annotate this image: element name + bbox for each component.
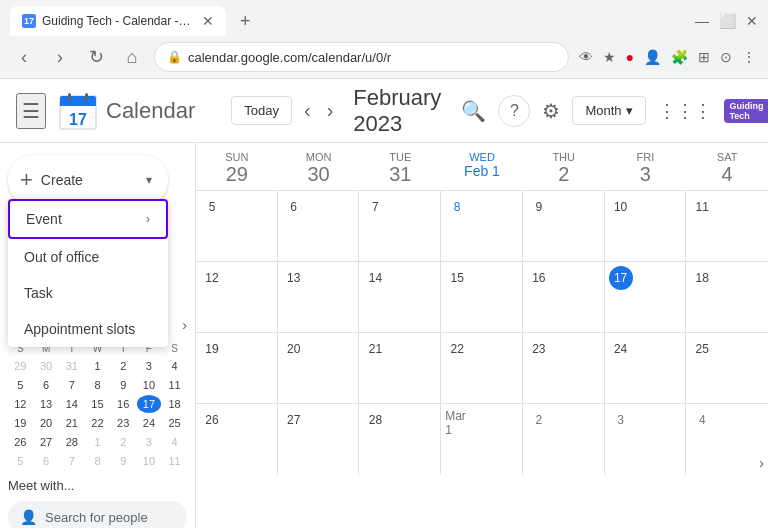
calendar-cell-mar2[interactable]: 2	[523, 404, 605, 475]
calendar-cell-25[interactable]: 25	[686, 333, 768, 403]
settings-button[interactable]: ⚙	[542, 99, 560, 123]
calendar-cell-26[interactable]: 26	[196, 404, 278, 475]
calendar-cell-11[interactable]: 11	[686, 191, 768, 261]
opera-icon[interactable]: ●	[624, 47, 636, 67]
mini-cal-day[interactable]: 31	[59, 357, 84, 375]
mini-cal-day[interactable]: 3	[137, 433, 162, 451]
mini-cal-day[interactable]: 24	[137, 414, 162, 432]
calendar-cell-28[interactable]: 28	[359, 404, 441, 475]
calendar-cell-15[interactable]: 15	[441, 262, 523, 332]
reload-button[interactable]: ↻	[82, 43, 110, 71]
calendar-cell-5[interactable]: 5	[196, 191, 278, 261]
calendar-cell-mar3[interactable]: 3	[605, 404, 687, 475]
mini-cal-day[interactable]: 8	[85, 376, 110, 394]
minimize-icon[interactable]: —	[695, 13, 709, 29]
google-apps-button[interactable]: ⋮⋮⋮	[658, 100, 712, 122]
dropdown-item-out-of-office[interactable]: Out of office	[8, 239, 168, 275]
mini-cal-day[interactable]: 10	[137, 452, 162, 470]
calendar-cell-14[interactable]: 14	[359, 262, 441, 332]
mini-cal-day[interactable]: 2	[111, 433, 136, 451]
browser-tab[interactable]: 17 Guiding Tech - Calendar - Febru... ✕	[10, 6, 226, 36]
mini-cal-day[interactable]: 11	[162, 376, 187, 394]
dropdown-item-appointment-slots[interactable]: Appointment slots	[8, 311, 168, 347]
mini-cal-day[interactable]: 25	[162, 414, 187, 432]
mini-cal-day[interactable]: 7	[59, 452, 84, 470]
calendar-cell-17[interactable]: 17	[605, 262, 687, 332]
home-button[interactable]: ⌂	[118, 43, 146, 71]
profile-icon[interactable]: 👤	[642, 47, 663, 67]
mini-cal-day[interactable]: 20	[34, 414, 59, 432]
calendar-cell-6[interactable]: 6	[278, 191, 360, 261]
mini-cal-day[interactable]: 26	[8, 433, 33, 451]
mini-cal-day[interactable]: 21	[59, 414, 84, 432]
mini-cal-day[interactable]: 10	[137, 376, 162, 394]
mini-cal-day[interactable]: 13	[34, 395, 59, 413]
mini-cal-day[interactable]: 28	[59, 433, 84, 451]
mini-cal-next-button[interactable]: ›	[182, 317, 187, 333]
search-button[interactable]: 🔍	[461, 99, 486, 123]
next-month-button[interactable]: ›	[323, 95, 338, 126]
close-icon[interactable]: ✕	[746, 13, 758, 29]
scroll-right-icon[interactable]: ›	[759, 455, 764, 471]
mini-cal-day[interactable]: 12	[8, 395, 33, 413]
calendar-cell-mar1[interactable]: Mar 1	[441, 404, 523, 475]
mini-cal-day[interactable]: 5	[8, 452, 33, 470]
dropdown-item-task[interactable]: Task	[8, 275, 168, 311]
dropdown-item-event[interactable]: Event ›	[8, 199, 168, 239]
calendar-cell-16[interactable]: 16	[523, 262, 605, 332]
calendar-cell-23[interactable]: 23	[523, 333, 605, 403]
calendar-cell-27[interactable]: 27	[278, 404, 360, 475]
mini-cal-day[interactable]: 3	[137, 357, 162, 375]
mini-cal-day[interactable]: 11	[162, 452, 187, 470]
mini-cal-day[interactable]: 9	[111, 452, 136, 470]
create-button[interactable]: + Create ▾	[8, 155, 168, 205]
calendar-cell-24[interactable]: 24	[605, 333, 687, 403]
tab-close-button[interactable]: ✕	[202, 13, 214, 29]
mini-cal-day[interactable]: 6	[34, 452, 59, 470]
mini-cal-day[interactable]: 1	[85, 357, 110, 375]
mini-cal-day[interactable]: 5	[8, 376, 33, 394]
forward-button[interactable]: ›	[46, 43, 74, 71]
calendar-cell-21[interactable]: 21	[359, 333, 441, 403]
back-button[interactable]: ‹	[10, 43, 38, 71]
new-tab-button[interactable]: +	[234, 9, 257, 34]
calendar-cell-8[interactable]: 8	[441, 191, 523, 261]
mini-cal-day[interactable]: 4	[162, 357, 187, 375]
calendar-cell-7[interactable]: 7	[359, 191, 441, 261]
mini-cal-day[interactable]: 22	[85, 414, 110, 432]
prev-month-button[interactable]: ‹	[300, 95, 315, 126]
mini-cal-day[interactable]: 29	[8, 357, 33, 375]
calendar-cell-18[interactable]: 18	[686, 262, 768, 332]
search-people-input[interactable]: 👤 Search for people	[8, 501, 187, 528]
mini-cal-day[interactable]: 18	[162, 395, 187, 413]
calendar-cell-9[interactable]: 9	[523, 191, 605, 261]
mini-cal-day[interactable]: 2	[111, 357, 136, 375]
calendar-cell-19[interactable]: 19	[196, 333, 278, 403]
tab-grid-icon[interactable]: ⊞	[696, 47, 712, 67]
mini-cal-day[interactable]: 7	[59, 376, 84, 394]
extensions-icon[interactable]: 👁	[577, 47, 595, 67]
more-icon[interactable]: ⋮	[740, 47, 758, 67]
calendar-cell-10[interactable]: 10	[605, 191, 687, 261]
mini-cal-day[interactable]: 4	[162, 433, 187, 451]
puzzle-icon[interactable]: 🧩	[669, 47, 690, 67]
calendar-cell-13[interactable]: 13	[278, 262, 360, 332]
calendar-cell-22[interactable]: 22	[441, 333, 523, 403]
calendar-cell-20[interactable]: 20	[278, 333, 360, 403]
calendar-cell-mar4[interactable]: 4 ›	[686, 404, 768, 475]
mini-cal-day[interactable]: 6	[34, 376, 59, 394]
calendar-cell-12[interactable]: 12	[196, 262, 278, 332]
mini-cal-day[interactable]: 1	[85, 433, 110, 451]
mini-cal-today[interactable]: 17	[137, 395, 162, 413]
mini-cal-day[interactable]: 9	[111, 376, 136, 394]
mini-cal-day[interactable]: 8	[85, 452, 110, 470]
view-selector-button[interactable]: Month ▾	[572, 96, 645, 125]
hamburger-button[interactable]: ☰	[16, 93, 46, 129]
mini-cal-day[interactable]: 23	[111, 414, 136, 432]
bookmark-icon[interactable]: ★	[601, 47, 618, 67]
mini-cal-day[interactable]: 14	[59, 395, 84, 413]
mini-cal-day[interactable]: 15	[85, 395, 110, 413]
mini-cal-day[interactable]: 16	[111, 395, 136, 413]
mini-cal-day[interactable]: 19	[8, 414, 33, 432]
today-button[interactable]: Today	[231, 96, 292, 125]
